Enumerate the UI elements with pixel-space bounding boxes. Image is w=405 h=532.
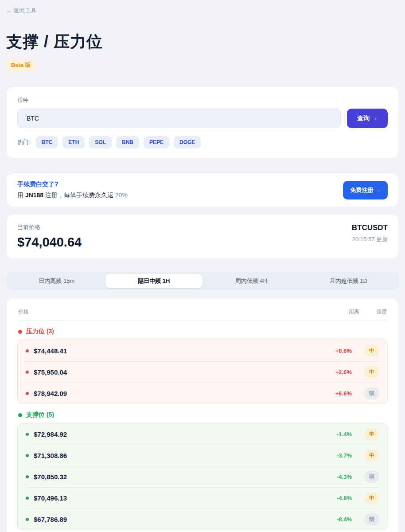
promo-referral-code: JN188 — [25, 192, 43, 199]
promo-text: 手续费白交了? 用 JN188 注册，每笔手续费永久返 20% — [17, 180, 128, 200]
strength-badge: 弱 — [364, 387, 379, 399]
search-row: 查询 → — [17, 109, 388, 128]
query-button[interactable]: 查询 → — [347, 109, 388, 128]
level-dot-icon — [26, 497, 29, 500]
header-strength: 强度 — [367, 308, 387, 316]
updated-timestamp: 20:15:57 更新 — [352, 235, 388, 243]
level-strength-col: 中 — [360, 428, 379, 440]
hot-coin-chip[interactable]: ETH — [62, 136, 85, 149]
hot-coin-chip[interactable]: SOL — [89, 136, 112, 149]
coin-field-label: 币种 — [17, 97, 388, 104]
resistance-title: 压力位 (3) — [26, 328, 54, 336]
support-row: $70,850.32 -4.3% 弱 — [26, 466, 379, 487]
timeframe-tab[interactable]: 月内超低频 1D — [300, 274, 397, 288]
page-title: 支撑 / 压力位 — [6, 31, 399, 53]
timeframe-tab[interactable]: 周内低频 4H — [202, 274, 300, 288]
level-distance: +6.6% — [325, 390, 352, 397]
strength-badge: 中 — [364, 366, 379, 378]
current-price-value: $74,040.64 — [17, 235, 82, 250]
strength-badge: 中 — [364, 428, 379, 440]
level-distance: -4.3% — [325, 473, 352, 480]
promo-line-prefix: 用 — [17, 192, 25, 199]
level-strength-col: 弱 — [360, 387, 379, 399]
level-price: $71,308.86 — [34, 452, 325, 459]
header-distance: 距离 — [333, 308, 359, 316]
promo-line: 用 JN188 注册，每笔手续费永久返 20% — [17, 192, 128, 200]
level-price: $74,448.41 — [34, 347, 325, 355]
coin-input[interactable] — [17, 109, 341, 128]
promo-percent: 20% — [115, 192, 128, 199]
support-title: 支撑位 (5) — [26, 411, 54, 419]
level-dot-icon — [26, 433, 29, 436]
level-dot-icon — [26, 454, 29, 457]
support-row: $72,984.92 -1.4% 中 — [26, 423, 379, 445]
level-strength-col: 中 — [360, 450, 379, 462]
hot-coin-chip[interactable]: BTC — [36, 136, 58, 149]
strength-badge: 中 — [364, 492, 379, 504]
level-dot-icon — [26, 518, 29, 521]
level-price: $75,950.04 — [34, 368, 325, 376]
support-dot-icon — [18, 413, 22, 417]
price-card: 当前价格 $74,040.64 BTCUSDT 20:15:57 更新 — [6, 214, 399, 259]
level-distance: -4.8% — [325, 495, 352, 501]
table-header: 价格 距离 强度 — [17, 305, 388, 321]
level-dot-icon — [26, 475, 29, 478]
strength-badge: 弱 — [364, 513, 379, 525]
strength-badge: 中 — [364, 450, 379, 462]
strength-badge: 中 — [364, 345, 379, 357]
symbol-block: BTCUSDT 20:15:57 更新 — [352, 223, 388, 243]
level-strength-col: 中 — [360, 492, 379, 504]
support-row: $70,496.13 -4.8% 中 — [26, 487, 379, 509]
current-price-block: 当前价格 $74,040.64 — [17, 223, 82, 250]
levels-card: 价格 距离 强度 压力位 (3) $74,448.41 +0.6% 中 $75,… — [6, 298, 399, 532]
hot-coin-chip[interactable]: DOGE — [174, 136, 201, 149]
level-price: $72,984.92 — [34, 430, 325, 438]
hot-coin-chip[interactable]: PEPE — [144, 136, 169, 149]
level-price: $67,786.89 — [34, 516, 325, 523]
level-distance: -1.4% — [325, 431, 352, 438]
level-dot-icon — [26, 349, 29, 352]
timeframe-tab[interactable]: 隔日中频 1H — [105, 274, 203, 288]
hot-coin-chip[interactable]: BNB — [116, 136, 139, 149]
level-dot-icon — [26, 392, 29, 395]
level-strength-col: 弱 — [360, 513, 379, 525]
resistance-dot-icon — [18, 330, 22, 334]
level-strength-col: 中 — [360, 345, 379, 357]
support-row: $67,786.89 -8.4% 弱 — [26, 509, 379, 530]
register-button[interactable]: 免费注册 → — [343, 181, 388, 200]
level-distance: +0.6% — [325, 348, 352, 354]
level-price: $78,942.09 — [34, 390, 325, 397]
resistance-section-header: 压力位 (3) — [18, 328, 387, 336]
resistance-row: $74,448.41 +0.6% 中 — [26, 340, 379, 361]
level-distance: -3.7% — [325, 452, 352, 459]
symbol-label: BTCUSDT — [352, 223, 388, 232]
resistance-block: $74,448.41 +0.6% 中 $75,950.04 +2.6% 中 $7… — [17, 340, 388, 404]
timeframe-tab[interactable]: 日内高频 15m — [8, 274, 105, 288]
timeframe-tabbar: 日内高频 15m隔日中频 1H周内低频 4H月内超低频 1D — [6, 272, 399, 290]
level-price: $70,850.32 — [34, 473, 325, 481]
level-distance: -8.4% — [325, 516, 352, 523]
beta-badge: Beta 版 — [6, 59, 36, 71]
level-price: $70,496.13 — [34, 494, 325, 502]
hot-label: 热门: — [17, 138, 31, 146]
promo-line-suffix: 注册，每笔手续费永久返 — [43, 192, 115, 199]
hot-row: 热门: BTCETHSOLBNBPEPEDOGE — [17, 136, 388, 149]
hot-coin-chips: BTCETHSOLBNBPEPEDOGE — [36, 136, 201, 149]
header-price: 价格 — [18, 308, 29, 316]
support-section-header: 支撑位 (5) — [18, 411, 387, 419]
support-row: $71,308.86 -3.7% 中 — [26, 445, 379, 466]
resistance-row: $78,942.09 +6.6% 弱 — [26, 383, 379, 404]
level-strength-col: 弱 — [360, 471, 379, 483]
promo-card: 手续费白交了? 用 JN188 注册，每笔手续费永久返 20% 免费注册 → — [6, 173, 399, 207]
back-link[interactable]: ← 返回工具 — [6, 7, 37, 15]
table-header-right: 距离 强度 — [333, 308, 387, 316]
level-distance: +2.6% — [325, 369, 352, 376]
strength-badge: 弱 — [364, 471, 379, 483]
promo-headline: 手续费白交了? — [17, 180, 128, 188]
resistance-row: $75,950.04 +2.6% 中 — [26, 361, 379, 383]
current-price-label: 当前价格 — [17, 223, 82, 231]
search-card: 币种 查询 → 热门: BTCETHSOLBNBPEPEDOGE — [6, 86, 399, 159]
support-block: $72,984.92 -1.4% 中 $71,308.86 -3.7% 中 $7… — [17, 423, 388, 530]
level-dot-icon — [26, 371, 29, 374]
page: ← 返回工具 支撑 / 压力位 Beta 版 币种 查询 → 热门: BTCET… — [0, 0, 405, 532]
